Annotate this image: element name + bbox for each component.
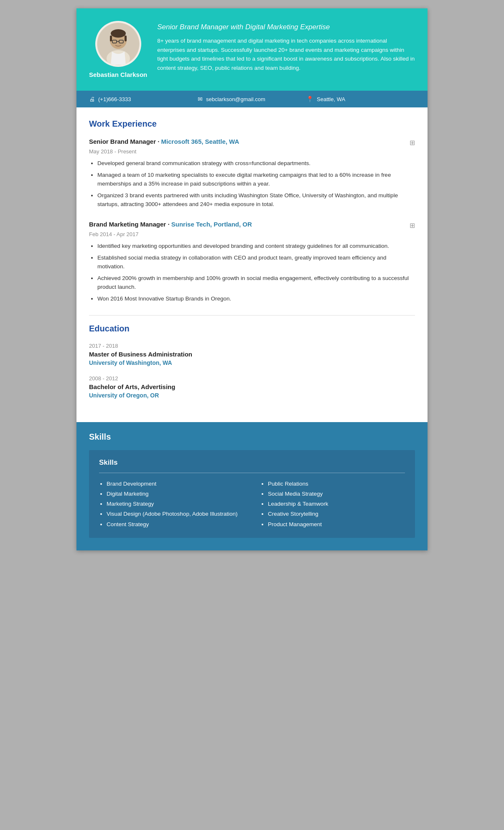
contact-phone: 🖨 (+1)666-3333 — [89, 96, 198, 102]
header-section: Sebastian Clarkson Senior Brand Manager … — [76, 8, 428, 91]
job-title-2: Brand Marketing Manager · Sunrise Tech, … — [89, 221, 252, 228]
edu-years-1: 2017 - 2018 — [89, 343, 415, 349]
main-content: Work Experience Senior Brand Manager · M… — [76, 107, 428, 422]
work-experience-title: Work Experience — [89, 119, 415, 130]
list-item: Digital Marketing — [107, 489, 244, 499]
list-item: Creative Storytelling — [268, 509, 405, 519]
job-title-1: Senior Brand Manager · Microsoft 365, Se… — [89, 138, 239, 145]
avatar-wrapper: Sebastian Clarkson — [89, 21, 147, 78]
list-item: Established social media strategy in col… — [97, 253, 415, 271]
list-item: Product Management — [268, 519, 405, 530]
contact-bar: 🖨 (+1)666-3333 ✉ sebclarkson@gmail.com 📍… — [76, 91, 428, 107]
edu-entry-1: 2017 - 2018 Master of Business Administr… — [89, 343, 415, 366]
education-section: Education 2017 - 2018 Master of Business… — [89, 324, 415, 399]
location-icon: 📍 — [306, 96, 313, 102]
list-item: Identified key marketing opportunities a… — [97, 242, 415, 251]
edu-degree-2: Bachelor of Arts, Advertising — [89, 383, 415, 390]
edu-years-2: 2008 - 2012 — [89, 375, 415, 382]
skills-list-left: Brand Development Digital Marketing Mark… — [99, 479, 244, 530]
header-summary: 8+ years of brand management and digital… — [157, 36, 415, 72]
job-bullets-1: Developed general brand communication st… — [89, 159, 415, 209]
list-item: Organized 3 brand events partnered with … — [97, 191, 415, 209]
skills-outer-title: Skills — [89, 432, 415, 442]
job-bullets-2: Identified key marketing opportunities a… — [89, 242, 415, 303]
job-grid-icon-2: ⊞ — [410, 222, 415, 229]
list-item: Public Relations — [268, 479, 405, 489]
contact-email: ✉ sebclarkson@gmail.com — [198, 96, 306, 102]
edu-entry-2: 2008 - 2012 Bachelor of Arts, Advertisin… — [89, 375, 415, 399]
list-item: Leadership & Teamwork — [268, 499, 405, 509]
list-item: Social Media Strategy — [268, 489, 405, 499]
section-divider — [89, 315, 415, 316]
job-entry-2: Brand Marketing Manager · Sunrise Tech, … — [89, 221, 415, 303]
email-icon: ✉ — [198, 96, 203, 102]
skills-inner-title: Skills — [99, 458, 405, 467]
skills-inner-section: Skills Brand Development Digital Marketi… — [89, 450, 415, 538]
job-entry-1: Senior Brand Manager · Microsoft 365, Se… — [89, 138, 415, 209]
skills-list-right: Public Relations Social Media Strategy L… — [260, 479, 405, 530]
list-item: Managed a team of 10 marketing specialis… — [97, 171, 415, 188]
job-header-1: Senior Brand Manager · Microsoft 365, Se… — [89, 138, 415, 147]
skills-col-right: Public Relations Social Media Strategy L… — [252, 473, 405, 530]
skills-columns: Brand Development Digital Marketing Mark… — [99, 473, 405, 530]
list-item: Visual Design (Adobe Photoshop, Adobe Il… — [107, 509, 244, 519]
phone-icon: 🖨 — [89, 96, 95, 102]
edu-institution-2: University of Oregon, OR — [89, 392, 415, 399]
list-item: Won 2016 Most Innovative Startup Brands … — [97, 294, 415, 303]
job-header-2: Brand Marketing Manager · Sunrise Tech, … — [89, 221, 415, 229]
skills-col-left: Brand Development Digital Marketing Mark… — [99, 473, 252, 530]
contact-location: 📍 Seattle, WA — [306, 96, 415, 102]
header-text: Senior Brand Manager with Digital Market… — [157, 21, 415, 72]
svg-rect-5 — [125, 36, 127, 41]
edu-institution-1: University of Washington, WA — [89, 359, 415, 366]
edu-degree-1: Master of Business Administration — [89, 351, 415, 358]
list-item: Content Strategy — [107, 519, 244, 530]
avatar — [95, 21, 141, 67]
header-title: Senior Brand Manager with Digital Market… — [157, 23, 415, 31]
svg-point-3 — [111, 29, 126, 38]
list-item: Brand Development — [107, 479, 244, 489]
job-grid-icon-1: ⊞ — [410, 139, 415, 147]
list-item: Achieved 200% growth in membership and 1… — [97, 274, 415, 292]
svg-rect-4 — [110, 36, 112, 41]
list-item: Developed general brand communication st… — [97, 159, 415, 168]
work-experience-section: Work Experience Senior Brand Manager · M… — [89, 119, 415, 303]
resume-container: Sebastian Clarkson Senior Brand Manager … — [76, 8, 428, 550]
skills-outer-section: Skills Skills Brand Development Digital … — [76, 422, 428, 550]
job-date-1: May 2018 - Present — [89, 148, 415, 155]
job-date-2: Feb 2014 - Apr 2017 — [89, 231, 415, 237]
list-item: Marketing Strategy — [107, 499, 244, 509]
education-title: Education — [89, 324, 415, 335]
person-name: Sebastian Clarkson — [89, 71, 147, 78]
